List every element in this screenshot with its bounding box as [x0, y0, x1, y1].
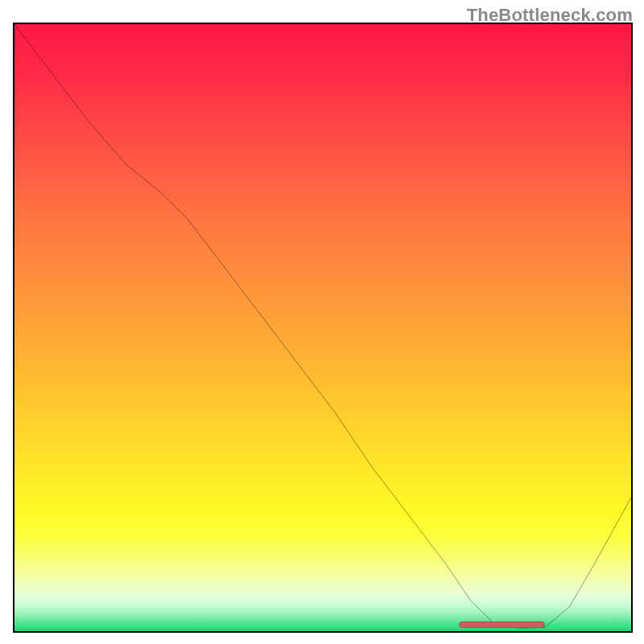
plot-border — [13, 23, 633, 633]
plot-area — [14, 24, 631, 631]
chart-frame: TheBottleneck.com — [0, 0, 644, 644]
bottleneck-curve — [14, 24, 631, 631]
curve-path — [14, 24, 631, 628]
optimal-range-marker — [459, 621, 545, 628]
